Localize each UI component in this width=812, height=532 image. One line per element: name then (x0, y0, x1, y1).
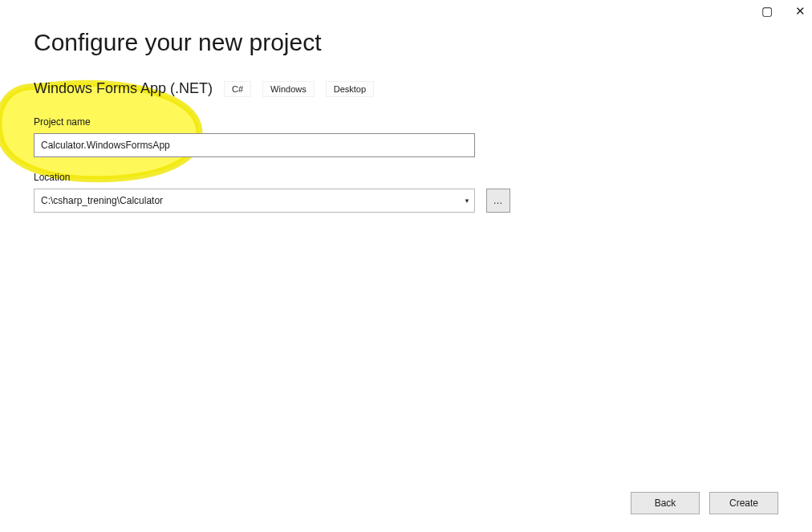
project-name-label: Project name (34, 116, 812, 128)
tag-windows: Windows (262, 81, 315, 97)
location-label: Location (34, 172, 812, 183)
location-group: Location ▼ … (34, 172, 812, 213)
create-button[interactable]: Create (709, 492, 778, 514)
browse-button[interactable]: … (486, 189, 510, 213)
location-input[interactable] (34, 189, 475, 213)
tag-desktop: Desktop (326, 81, 374, 97)
project-name-input[interactable] (34, 133, 475, 157)
project-name-group: Project name (34, 116, 812, 157)
dialog-content: Configure your new project Windows Forms… (0, 0, 812, 213)
template-name: Windows Forms App (.NET) (34, 80, 213, 97)
template-row: Windows Forms App (.NET) C# Windows Desk… (34, 80, 812, 97)
location-combo[interactable]: ▼ (34, 189, 475, 213)
back-button[interactable]: Back (631, 492, 700, 514)
page-title: Configure your new project (34, 29, 812, 56)
footer-buttons: Back Create (631, 492, 778, 514)
tag-csharp: C# (224, 81, 251, 97)
location-row: ▼ … (34, 189, 812, 213)
